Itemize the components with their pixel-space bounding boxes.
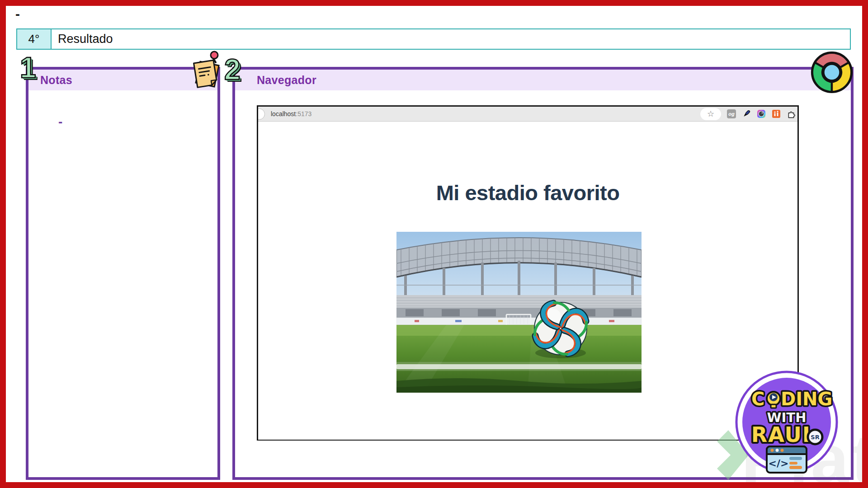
step-number-1: 1 <box>20 53 36 82</box>
og-extension-icon[interactable]: og <box>727 109 736 118</box>
og-extension-label: og <box>728 111 734 117</box>
chart-extension-icon[interactable] <box>772 109 781 118</box>
url-host: localhost <box>271 110 296 117</box>
coding-with-raul-logo: C DING WITH RAUL SR </> <box>734 370 839 474</box>
chrome-logo-icon <box>810 51 854 94</box>
browser-panel-header: Navegador <box>235 70 851 90</box>
tab-circle-icon <box>258 108 265 120</box>
notes-panel-header: Notas <box>28 70 217 90</box>
slide-page: - 4° Resultado Notas - 1 Navegador 2 <box>0 0 868 488</box>
step-number-2: 2 <box>224 55 241 84</box>
browser-window: localhost:5173 ☆ og <box>257 105 799 441</box>
address-bar[interactable]: localhost:5173 <box>271 107 311 121</box>
page-heading: Mi estadio favorito <box>258 180 797 205</box>
notes-panel: Notas - <box>26 67 220 480</box>
bookmark-star-icon[interactable]: ☆ <box>707 110 714 118</box>
svg-text:</>: </> <box>769 458 789 469</box>
lens-extension-icon[interactable] <box>757 109 766 118</box>
pen-extension-icon[interactable] <box>742 109 751 118</box>
browser-toolbar: localhost:5173 ☆ og <box>258 107 797 122</box>
logo-word-raul: RAUL <box>751 422 816 447</box>
logo-word-coding-c: C <box>751 389 764 409</box>
bookmark-pill: ☆ <box>700 108 721 120</box>
browser-content: Mi estadio favorito <box>258 122 797 440</box>
logo-badge-sr: SR <box>811 434 819 441</box>
grade-cell: 4° <box>17 29 52 49</box>
url-port: :5173 <box>296 110 311 117</box>
browser-panel-title: Navegador <box>235 74 316 87</box>
logo-browser-window-icon: </> <box>767 446 807 473</box>
logo-word-coding-rest: DING <box>781 389 832 409</box>
stadium-image <box>396 232 642 393</box>
notes-bullet-dash: - <box>58 115 62 129</box>
puzzle-extensions-icon[interactable] <box>787 109 796 119</box>
result-title: Resultado <box>52 29 850 49</box>
toolbar-icons: ☆ og <box>700 107 796 121</box>
sticky-note-icon <box>191 50 223 91</box>
result-bar: 4° Resultado <box>16 28 851 50</box>
top-dash: - <box>15 6 20 22</box>
